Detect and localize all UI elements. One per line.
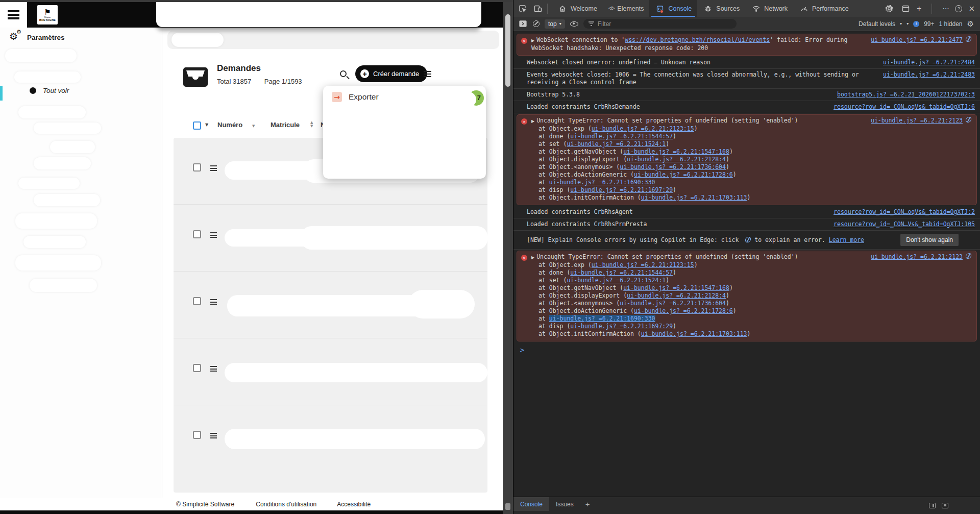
console-log-row[interactable]: Events websocket closed: 1006 = The conn… xyxy=(513,69,980,89)
source-link[interactable]: ui-bundle.js? =6.2.21:1544:57 xyxy=(570,269,673,276)
tab-console[interactable]: Console xyxy=(649,0,697,17)
copilot-icon[interactable] xyxy=(745,237,751,242)
hidden-messages[interactable]: 1 hidden xyxy=(939,20,963,28)
dock-layout-icon[interactable] xyxy=(900,4,911,14)
table-row[interactable] xyxy=(174,338,487,405)
expand-arrow-icon[interactable]: ▶ xyxy=(531,255,534,260)
row-checkbox[interactable] xyxy=(193,163,201,172)
dont-show-again-button[interactable]: Don't show again xyxy=(900,234,959,246)
source-link-selected[interactable]: ui-bundle.js? =6.2.21:1690:330 xyxy=(549,315,655,322)
source-link[interactable]: ui-bundle.js? =6.2.21:1547:168 xyxy=(623,284,729,291)
source-link[interactable]: ui-bundle.js? =6.2.21:2128:4 xyxy=(627,156,726,163)
tab-sources[interactable]: Sources xyxy=(697,0,745,17)
source-link[interactable]: ui-bundle.js? =6.2.21:1524:1 xyxy=(567,140,666,148)
source-link[interactable]: ui-bundle.js? =6.2.21:1547:168 xyxy=(623,148,729,155)
copilot-icon[interactable] xyxy=(965,117,972,123)
select-menu-caret[interactable]: ▼ xyxy=(205,123,208,127)
console-log-row[interactable]: Loaded constraints CrbRhsDemande resourc… xyxy=(513,101,980,113)
console-log-row[interactable]: Loaded constraints CrbRhsPrmPresta resou… xyxy=(513,218,980,231)
clear-console-icon[interactable] xyxy=(533,20,540,27)
console-error-typeerror[interactable]: ✕ ▶Uncaught TypeError: Cannot set proper… xyxy=(517,251,977,341)
tab-performance[interactable]: Performance xyxy=(793,0,854,17)
source-link[interactable]: ui-bundle.js? =6.2.21:1697:29 xyxy=(570,186,673,193)
scrollbar-button[interactable] xyxy=(505,503,510,510)
source-link[interactable]: ui-bundle.js? =6.2.21:1703:113 xyxy=(641,330,747,337)
source-link[interactable]: ui-bundle.js? =6.2.21:1703:113 xyxy=(641,194,747,201)
source-link[interactable]: ui-bundle.js? =6.2.21:1690:330 xyxy=(549,179,655,186)
source-link[interactable]: ui-bundle.js? =6.2.21:2128:4 xyxy=(627,292,726,299)
learn-more-link[interactable]: Learn more xyxy=(829,236,864,243)
inspect-element-icon[interactable] xyxy=(518,4,528,14)
tab-welcome[interactable]: Welcome xyxy=(552,0,603,17)
bottom-tab-console[interactable]: Console xyxy=(513,497,549,511)
select-all-checkbox[interactable] xyxy=(193,121,201,130)
chevron-down-icon[interactable]: ▾ xyxy=(906,21,909,26)
source-link[interactable]: ui-bundle.js? =6.2.21:2483 xyxy=(883,71,975,79)
filter-input[interactable]: Filter xyxy=(583,19,737,29)
source-link[interactable]: ui-bundle.js? =6.2.21:1728:6 xyxy=(634,307,733,314)
scrollbar-thumb[interactable] xyxy=(505,14,510,87)
page-scrollbar[interactable] xyxy=(503,2,513,514)
console-sidebar-icon[interactable] xyxy=(518,19,528,29)
source-link[interactable]: bootstrap5.js? =6.2.21_20260122173702:3 xyxy=(837,91,975,99)
add-tab-icon[interactable]: + xyxy=(917,4,921,13)
dock-side-icon[interactable] xyxy=(929,503,936,508)
expand-drawer-icon[interactable] xyxy=(942,503,948,508)
source-link[interactable]: ui-bundle.js? =6.2.21:2123:15 xyxy=(592,261,694,268)
context-selector[interactable]: top ▾ xyxy=(545,19,565,29)
row-checkbox[interactable] xyxy=(193,297,201,305)
source-link[interactable]: ui-bundle.js? =6.2.21:2477 xyxy=(871,36,963,44)
source-link[interactable]: ui-bundle.js? =6.2.21:1728:6 xyxy=(634,171,733,178)
console-error-typeerror[interactable]: ✕ ▶Uncaught TypeError: Cannot set proper… xyxy=(517,114,977,205)
issues-count[interactable]: 99+ xyxy=(924,20,934,28)
chevron-down-icon[interactable]: ▾ xyxy=(900,21,902,26)
footer-accessibility-link[interactable]: Accessibilité xyxy=(337,501,371,508)
source-link[interactable]: ui-bundle.js? =6.2.21:1736:604 xyxy=(620,300,726,307)
table-row[interactable] xyxy=(174,405,487,472)
sidebar-item-parametres[interactable]: ⚙ ⚙ Paramètres xyxy=(9,32,65,43)
app-menu-button[interactable] xyxy=(0,2,27,28)
drag-handle-icon[interactable] xyxy=(210,298,217,306)
log-levels-dropdown[interactable]: Default levels xyxy=(859,20,895,28)
sidebar-item-tout-voir[interactable]: Tout voir xyxy=(30,87,69,94)
search-icon[interactable] xyxy=(340,70,347,77)
drag-handle-icon[interactable] xyxy=(210,365,217,373)
live-expression-icon[interactable] xyxy=(570,21,578,27)
sort-icon-matricule[interactable]: ▲▼ xyxy=(310,121,313,128)
sort-icon-numero[interactable]: ▼ xyxy=(252,125,255,128)
source-link[interactable]: ui-bundle.js? =6.2.21:2484 xyxy=(883,59,975,66)
source-link[interactable]: ui-bundle.js? =6.2.21:2123:15 xyxy=(592,125,694,132)
source-link[interactable]: resource?row_id=_CON…Vs&_tabid=OgXTJ:105 xyxy=(834,221,975,228)
more-options-icon[interactable]: ⋯ xyxy=(942,5,949,12)
console-log-row[interactable]: Websocket closed onerror: undefined = Un… xyxy=(513,57,980,69)
footer-terms-link[interactable]: Conditions d'utilisation xyxy=(256,501,316,508)
tab-network[interactable]: Network xyxy=(745,0,793,17)
list-menu-button[interactable] xyxy=(424,69,431,79)
tab-elements[interactable]: </> Elements xyxy=(603,0,650,17)
table-row[interactable] xyxy=(174,272,487,338)
column-header-numero[interactable]: Numéro xyxy=(217,121,242,129)
device-toolbar-icon[interactable] xyxy=(533,4,543,14)
websocket-url-link[interactable]: wss://dev.bretagne.bzh/rhsocial/ui/event… xyxy=(625,36,770,43)
console-prompt[interactable]: > xyxy=(513,342,980,356)
create-demande-button[interactable]: + Créer demande xyxy=(355,65,427,82)
row-checkbox[interactable] xyxy=(193,431,201,439)
console-log-row[interactable]: Loaded constraints CrbRhsAgent resource?… xyxy=(513,206,980,218)
table-row[interactable] xyxy=(174,205,487,272)
copilot-icon[interactable] xyxy=(965,253,972,259)
console-log-row[interactable]: Bootstrap 5.3.8 bootstrap5.js? =6.2.21_2… xyxy=(513,89,980,101)
column-header-matricule[interactable]: Matricule xyxy=(271,121,300,129)
expand-arrow-icon[interactable]: ▶ xyxy=(531,38,534,43)
source-link[interactable]: resource?row_id=_CON…oqVs&_tabid=OgXTJ:6 xyxy=(834,103,975,111)
issues-icon[interactable]: ! xyxy=(913,21,919,27)
source-link[interactable]: ui-bundle.js? =6.2.21:1524:1 xyxy=(567,277,666,284)
close-devtools-icon[interactable]: × xyxy=(968,4,975,13)
drag-handle-icon[interactable] xyxy=(210,432,217,440)
cpu-icon[interactable] xyxy=(884,4,894,14)
drag-handle-icon[interactable] xyxy=(210,231,217,239)
source-link[interactable]: ui-bundle.js? =6.2.21:1736:604 xyxy=(620,163,726,170)
help-icon[interactable]: ? xyxy=(955,5,962,12)
source-link[interactable]: ui-bundle.js? =6.2.21:2123 xyxy=(871,253,963,261)
console-error-websocket[interactable]: ✕ ▶WebSocket connection to 'wss://dev.br… xyxy=(517,34,977,56)
row-checkbox[interactable] xyxy=(193,230,201,238)
